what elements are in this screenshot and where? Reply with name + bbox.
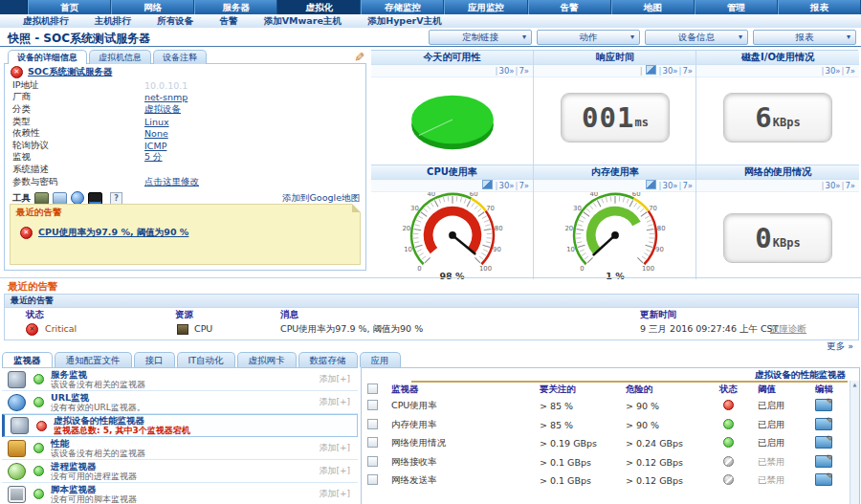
tab-virtual-nic[interactable]: 虚拟网卡 <box>237 352 297 367</box>
report-30day-link[interactable]: 30» <box>662 181 677 190</box>
device-name-link[interactable]: SOC系统测试服务器 <box>28 66 112 78</box>
script-icon <box>8 486 26 503</box>
danger-threshold: > 90 % <box>626 401 699 411</box>
nav-network[interactable]: 网络 <box>111 0 194 14</box>
nav-virtualization[interactable]: 虚拟化 <box>277 0 361 14</box>
reports-dropdown[interactable]: 报表 <box>753 30 856 45</box>
subnav-vm-rank[interactable]: 虚拟机排行 <box>23 15 69 26</box>
remote-desktop-icon[interactable] <box>53 192 67 205</box>
tab-vm-info[interactable]: 虚拟机信息 <box>89 50 151 64</box>
dependency-link[interactable]: None <box>144 128 168 139</box>
custom-links-dropdown[interactable]: 定制链接 <box>429 30 532 45</box>
report-chart-icon[interactable] <box>646 180 656 189</box>
report-30day-link[interactable]: 30» <box>662 66 677 76</box>
tab-datastore[interactable]: 数据存储 <box>298 352 358 367</box>
row-checkbox[interactable] <box>367 400 378 410</box>
device-info-dropdown[interactable]: 设备信息 <box>645 30 748 45</box>
item-subtitle: 监视器总数: 5, 其中3个监视器宕机 <box>54 426 190 436</box>
edit-pencil-icon[interactable]: ✎ <box>352 52 366 62</box>
password-edit-link[interactable]: 点击这里修改 <box>144 176 199 188</box>
table-title: 虚拟设备的性能监视器 <box>362 368 859 381</box>
nav-maps[interactable]: 地图 <box>611 0 695 14</box>
status-dot <box>33 374 44 384</box>
tab-it-automation[interactable]: IT自动化 <box>177 352 235 367</box>
nav-reports[interactable]: 报表 <box>778 0 861 14</box>
troubleshoot-link[interactable]: 故障诊断 <box>770 323 806 336</box>
report-7day-link[interactable]: 7» <box>682 66 693 76</box>
alarm-row[interactable]: Critical CPU CPU使用率为97.9 %, 阈值为90 % 9 三月… <box>5 322 858 337</box>
nav-apm[interactable]: 应用监控 <box>444 0 527 14</box>
report-7day-link[interactable]: 7» <box>845 66 855 76</box>
table-header: 监视器 要关注的 危险的 状态 阈值 编辑 <box>362 383 859 397</box>
add-monitor-link[interactable]: 添加[+] <box>319 488 350 500</box>
actions-dropdown[interactable]: 动作 <box>537 30 640 45</box>
category-link[interactable]: 虚拟设备 <box>144 103 181 116</box>
globe-icon <box>8 394 26 411</box>
list-item-process-monitor[interactable]: 进程监视器没有可用的进程监视器 添加[+] <box>2 460 358 483</box>
danger-threshold: > 0.24 GBps <box>626 438 699 449</box>
report-30day-link[interactable]: 30» <box>825 181 840 190</box>
edit-icon[interactable] <box>815 399 832 411</box>
report-30day-link[interactable]: 30» <box>825 66 840 76</box>
list-item-script-monitor[interactable]: 脚本监视器没有可用的脚本监视器 添加[+] <box>2 483 358 504</box>
subnav-add-vmware[interactable]: 添加VMware主机 <box>264 15 342 26</box>
edit-icon[interactable] <box>815 436 832 449</box>
edit-icon[interactable] <box>815 473 832 486</box>
attention-threshold: > 0.1 GBps <box>540 475 626 486</box>
tab-applications[interactable]: 应用 <box>360 352 401 367</box>
help-icon[interactable]: ? <box>110 192 122 205</box>
subnav-add-hyperv[interactable]: 添加HyperV主机 <box>367 15 441 26</box>
add-to-google-map-link[interactable]: 添加到Google地图 <box>282 192 360 205</box>
row-checkbox[interactable] <box>367 437 378 448</box>
subnav-host-rank[interactable]: 主机排行 <box>95 15 131 26</box>
add-monitor-link[interactable]: 添加[+] <box>319 396 350 408</box>
nav-home[interactable]: 首页 <box>28 0 111 14</box>
nav-storage[interactable]: 存储监控 <box>361 0 444 14</box>
report-chart-icon[interactable] <box>646 65 656 75</box>
alarm-message-link[interactable]: CPU使用率为97.9 %, 阈值为90 % <box>38 227 188 239</box>
add-monitor-link[interactable]: 添加[+] <box>319 442 350 454</box>
traceroute-icon[interactable] <box>34 192 49 205</box>
report-30day-link[interactable]: 30» <box>498 66 514 76</box>
tab-monitors[interactable]: 监视器 <box>2 352 53 367</box>
add-monitor-link[interactable]: 添加[+] <box>319 465 350 477</box>
threshold-state: 已启用 <box>758 419 815 431</box>
row-checkbox[interactable] <box>367 474 378 485</box>
vendor-link[interactable]: net-snmp <box>144 92 188 102</box>
tab-notification-profiles[interactable]: 通知配置文件 <box>55 352 132 367</box>
report-7day-link[interactable]: 7» <box>519 181 529 190</box>
threshold-state: 已禁用 <box>758 456 815 469</box>
row-checkbox[interactable] <box>367 456 378 467</box>
svg-text:0: 0 <box>417 265 421 271</box>
edit-icon[interactable] <box>815 418 832 430</box>
row-checkbox[interactable] <box>367 419 378 429</box>
subnav-alarms[interactable]: 告警 <box>219 15 237 26</box>
nav-server[interactable]: 服务器 <box>194 0 277 14</box>
tab-device-details[interactable]: 设备的详细信息 <box>8 50 87 64</box>
tab-interfaces[interactable]: 接口 <box>134 352 175 367</box>
nav-alarms[interactable]: 告警 <box>528 0 611 14</box>
nav-admin[interactable]: 管理 <box>695 0 778 14</box>
select-all-checkbox[interactable] <box>367 383 378 394</box>
report-chart-icon[interactable] <box>482 180 493 189</box>
list-item-vm-performance-monitors[interactable]: 虚拟设备的性能监视器监视器总数: 5, 其中3个监视器宕机 <box>2 414 358 437</box>
monitor-interval-link[interactable]: 5 分 <box>144 151 163 164</box>
tab-device-notes[interactable]: 设备注释 <box>153 50 207 64</box>
terminal-icon[interactable] <box>88 192 102 205</box>
list-item-performance[interactable]: 性能该设备没有相关的监视器 添加[+] <box>2 437 358 460</box>
add-monitor-link[interactable]: 添加[+] <box>319 373 350 385</box>
subnav-all-devices[interactable]: 所有设备 <box>157 15 193 26</box>
monitor-row: 内存使用率 > 85 % > 90 % 已启用 <box>362 416 859 435</box>
report-30day-link[interactable]: 30» <box>498 181 514 190</box>
report-7day-link[interactable]: 7» <box>845 181 855 190</box>
tools-label: 工具 <box>12 192 31 205</box>
col-status: 状态 <box>699 383 758 396</box>
report-7day-link[interactable]: 7» <box>682 181 693 190</box>
type-link[interactable]: Linux <box>144 117 169 127</box>
list-item-service-monitor[interactable]: 服务监视该设备没有相关的监视器 添加[+] <box>2 368 358 391</box>
vertical-scrollbar[interactable] <box>850 381 859 504</box>
poll-protocol-link[interactable]: ICMP <box>144 141 166 151</box>
report-7day-link[interactable]: 7» <box>519 66 529 76</box>
edit-icon[interactable] <box>815 455 832 468</box>
list-item-url-monitor[interactable]: URL监视没有有效的URL监视器。 添加[+] <box>2 391 358 414</box>
